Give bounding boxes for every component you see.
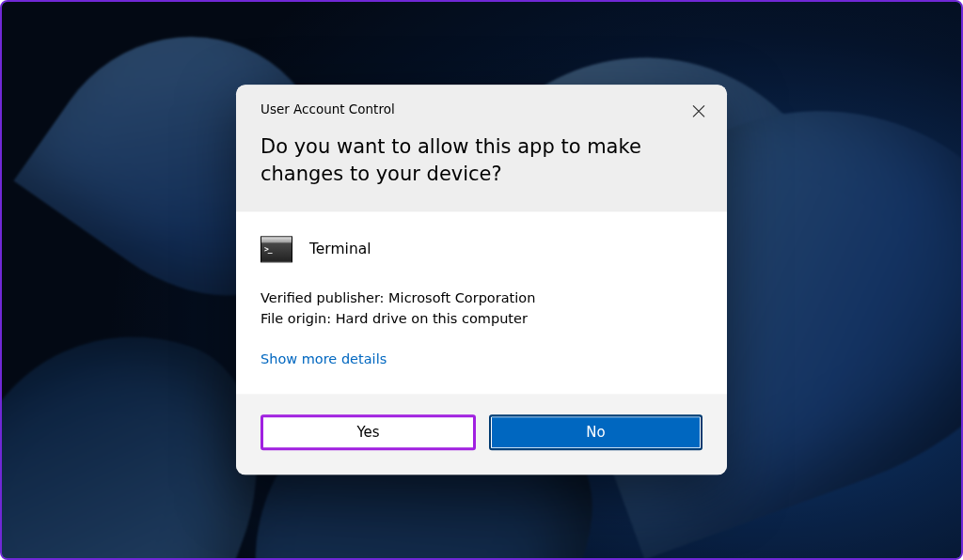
dialog-header: User Account Control Do you want to allo…: [236, 85, 727, 211]
dialog-caption: User Account Control: [260, 101, 703, 117]
close-button[interactable]: [686, 98, 712, 124]
show-more-details-link[interactable]: Show more details: [260, 352, 387, 367]
no-button[interactable]: No: [489, 415, 703, 451]
terminal-icon: [260, 236, 292, 262]
file-origin-line: File origin: Hard drive on this computer: [260, 309, 703, 330]
yes-button[interactable]: Yes: [260, 415, 476, 451]
app-name: Terminal: [309, 241, 371, 257]
uac-dialog: User Account Control Do you want to allo…: [236, 85, 727, 474]
close-icon: [692, 104, 705, 117]
dialog-footer: Yes No: [236, 395, 727, 475]
dialog-body: Terminal Verified publisher: Microsoft C…: [236, 211, 727, 395]
verified-publisher-line: Verified publisher: Microsoft Corporatio…: [260, 288, 703, 309]
app-info-row: Terminal: [260, 236, 703, 262]
dialog-title: Do you want to allow this app to make ch…: [260, 133, 703, 189]
